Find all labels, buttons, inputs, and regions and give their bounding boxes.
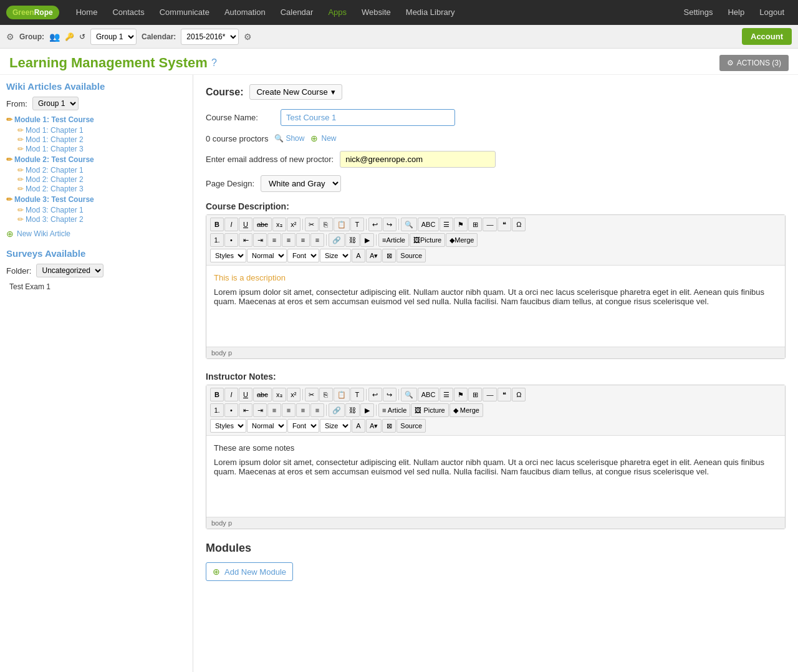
notes-link-btn[interactable]: 🔗 <box>329 403 345 417</box>
notes-hr-btn[interactable]: — <box>483 388 497 401</box>
chapter-3-1[interactable]: ✏ Mod 3: Chapter 1 <box>6 206 186 214</box>
subscript-btn[interactable]: x₂ <box>272 218 286 231</box>
nav-calendar[interactable]: Calendar <box>273 0 321 25</box>
notes-format-select[interactable]: Normal <box>247 419 287 433</box>
notes-merge-btn[interactable]: ◆ Merge <box>449 403 483 417</box>
module-1[interactable]: ✏ Module 1: Test Course <box>6 115 186 124</box>
copy-btn[interactable]: ⎘ <box>319 218 333 231</box>
new-wiki-link[interactable]: ⊕ New Wiki Article <box>6 229 186 239</box>
chapter-2-1[interactable]: ✏ Mod 2: Chapter 1 <box>6 166 186 175</box>
notes-align-left-btn[interactable]: ≡ <box>267 403 281 417</box>
from-select[interactable]: Group 1 <box>32 97 79 110</box>
unlink-btn[interactable]: ⛓ <box>345 233 360 247</box>
ul-btn[interactable]: • <box>224 233 238 247</box>
spell-btn[interactable]: ABC <box>418 218 440 231</box>
hr-btn[interactable]: — <box>483 218 497 231</box>
paste-text-btn[interactable]: T <box>350 218 364 231</box>
cut-btn[interactable]: ✂ <box>305 218 319 231</box>
notes-unlink-btn[interactable]: ⛓ <box>345 403 360 417</box>
format-select[interactable]: Normal <box>247 249 287 262</box>
outdent-btn[interactable]: ⇤ <box>239 233 252 247</box>
survey-item-1[interactable]: Test Exam 1 <box>9 281 186 292</box>
notes-subscript-btn[interactable]: x₂ <box>272 388 286 401</box>
notes-article-btn[interactable]: ≡ Article <box>378 403 410 417</box>
notes-ol-btn[interactable]: 1. <box>210 403 224 417</box>
proctor-email-input[interactable] <box>340 151 496 168</box>
notes-content[interactable]: These are some notes Lorem ipsum dolor s… <box>206 436 785 517</box>
notes-cut-btn[interactable]: ✂ <box>305 388 319 401</box>
nav-contacts[interactable]: Contacts <box>105 0 151 25</box>
show-button[interactable]: 🔍 Show <box>274 134 304 143</box>
notes-color-btn[interactable]: ⚑ <box>454 388 468 401</box>
settings-icon[interactable]: ⚙ <box>6 32 14 42</box>
superscript-btn[interactable]: x² <box>287 218 300 231</box>
nav-apps[interactable]: Apps <box>320 0 354 25</box>
redo-btn[interactable]: ↪ <box>383 218 397 231</box>
notes-size-select[interactable]: Size <box>320 419 351 433</box>
notes-ul-btn[interactable]: • <box>224 403 238 417</box>
merge-btn[interactable]: ◆ Merge <box>446 233 478 247</box>
format-btn[interactable]: ☰ <box>440 218 453 231</box>
link-btn[interactable]: 🔗 <box>329 233 345 247</box>
notes-paste-text-btn[interactable]: T <box>350 388 364 401</box>
remove-format-btn[interactable]: ⊠ <box>382 249 396 262</box>
notes-indent-btn[interactable]: ⇥ <box>253 403 267 417</box>
chapter-1-3[interactable]: ✏ Mod 1: Chapter 3 <box>6 145 186 153</box>
quote-btn[interactable]: ❝ <box>498 218 511 231</box>
notes-source-btn[interactable]: Source <box>397 419 426 433</box>
module-2[interactable]: ✏ Module 2: Test Course <box>6 155 186 164</box>
align-left-btn[interactable]: ≡ <box>267 233 281 247</box>
notes-italic-btn[interactable]: I <box>224 388 238 401</box>
new-proctor-button[interactable]: ⊕ New <box>310 133 336 143</box>
chapter-3-2[interactable]: ✏ Mod 3: Chapter 2 <box>6 215 186 224</box>
find-btn[interactable]: 🔍 <box>401 218 417 231</box>
ol-btn[interactable]: 1. <box>210 233 224 247</box>
color-btn[interactable]: ⚑ <box>454 218 468 231</box>
article-btn[interactable]: ≡ Article <box>378 233 409 247</box>
notes-outdent-btn[interactable]: ⇤ <box>239 403 252 417</box>
description-content[interactable]: This is a description Lorem ipsum dolor … <box>206 266 785 347</box>
nav-automation[interactable]: Automation <box>217 0 273 25</box>
omega-btn[interactable]: Ω <box>512 218 526 231</box>
notes-table-btn[interactable]: ⊞ <box>468 388 482 401</box>
notes-strikethrough-btn[interactable]: abc <box>253 388 272 401</box>
indent-btn[interactable]: ⇥ <box>253 233 267 247</box>
chapter-2-3[interactable]: ✏ Mod 2: Chapter 3 <box>6 185 186 193</box>
chapter-1-2[interactable]: ✏ Mod 1: Chapter 2 <box>6 135 186 144</box>
course-name-input[interactable] <box>281 109 455 126</box>
nav-home[interactable]: Home <box>69 0 105 25</box>
notes-styles-select[interactable]: Styles <box>210 419 246 433</box>
nav-media-library[interactable]: Media Library <box>398 0 463 25</box>
highlight-btn[interactable]: A▾ <box>366 249 382 262</box>
notes-paste-btn[interactable]: 📋 <box>334 388 350 401</box>
notes-redo-btn[interactable]: ↪ <box>383 388 397 401</box>
notes-picture-btn[interactable]: 🖼 Picture <box>411 403 448 417</box>
notes-find-btn[interactable]: 🔍 <box>401 388 417 401</box>
notes-format-btn[interactable]: ☰ <box>440 388 453 401</box>
source-btn[interactable]: Source <box>397 249 426 262</box>
notes-bold-btn[interactable]: B <box>210 388 224 401</box>
notes-copy-btn[interactable]: ⎘ <box>319 388 333 401</box>
nav-website[interactable]: Website <box>354 0 398 25</box>
italic-btn[interactable]: I <box>224 218 238 231</box>
size-select[interactable]: Size <box>320 249 351 262</box>
calendar-select[interactable]: 2015-2016* <box>181 29 239 45</box>
chapter-1-1[interactable]: ✏ Mod 1: Chapter 1 <box>6 126 186 135</box>
notes-spell-btn[interactable]: ABC <box>418 388 440 401</box>
calendar-gear-icon[interactable]: ⚙ <box>244 32 252 42</box>
add-module-button[interactable]: ⊕ Add New Module <box>206 562 293 581</box>
text-color-btn[interactable]: A <box>352 249 365 262</box>
nav-logout[interactable]: Logout <box>752 0 792 25</box>
bold-btn[interactable]: B <box>210 218 224 231</box>
nav-communicate[interactable]: Communicate <box>152 0 217 25</box>
notes-text-color-btn[interactable]: A <box>352 419 365 433</box>
font-select[interactable]: Font <box>287 249 319 262</box>
notes-superscript-btn[interactable]: x² <box>287 388 300 401</box>
align-center-btn[interactable]: ≡ <box>282 233 296 247</box>
notes-align-right-btn[interactable]: ≡ <box>296 403 310 417</box>
align-justify-btn[interactable]: ≡ <box>310 233 324 247</box>
actions-button[interactable]: ⚙ ACTIONS (3) <box>719 55 789 71</box>
notes-align-center-btn[interactable]: ≡ <box>282 403 296 417</box>
table-btn[interactable]: ⊞ <box>468 218 482 231</box>
strikethrough-btn[interactable]: abc <box>253 218 272 231</box>
